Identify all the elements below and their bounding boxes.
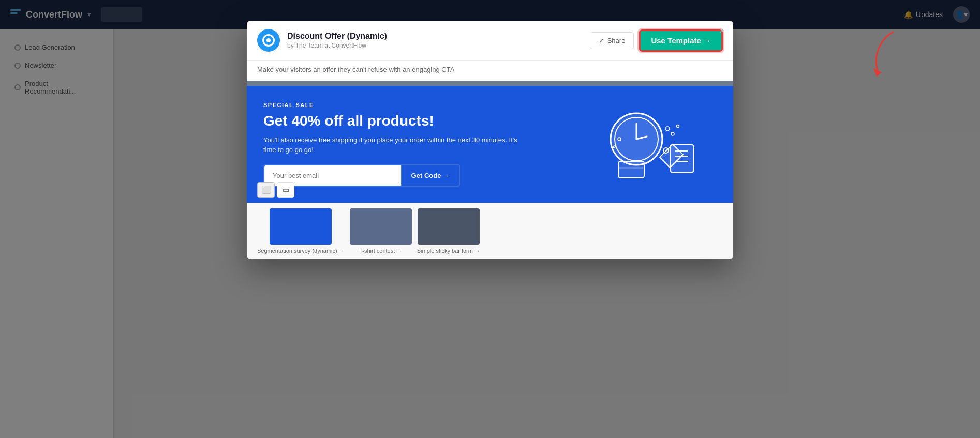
cta-submit-label: Get Code →	[411, 172, 450, 179]
modal-description: Make your visitors an offer they can't r…	[247, 61, 733, 81]
cta-subtext: You'll also receive free shipping if you…	[263, 135, 522, 155]
thumb-image-3	[418, 208, 480, 245]
svg-point-13	[677, 125, 679, 128]
template-logo	[257, 29, 280, 52]
logo-circle	[262, 34, 275, 47]
thumb-label-1: Segmentation survey (dynamic) →	[257, 248, 345, 254]
modal-close-button[interactable]: ×	[717, 26, 727, 36]
cta-right-illustration: ✕	[582, 100, 717, 188]
modal-title-block: Discount Offer (Dynamic) by The Team at …	[287, 32, 590, 49]
description-text: Make your visitors an offer they can't r…	[257, 66, 454, 73]
thumb-image-1	[270, 208, 332, 245]
mobile-toggle-button[interactable]: ▭	[277, 182, 294, 198]
template-modal: Discount Offer (Dynamic) by The Team at …	[247, 21, 733, 259]
modal-author: by The Team at ConvertFlow	[287, 42, 590, 49]
thumb-item-3[interactable]: Simple sticky bar form →	[417, 208, 480, 254]
svg-rect-4	[618, 161, 644, 178]
thumb-label-2: T-shirt contest →	[359, 248, 402, 254]
modal-preview-area: SPECIAL SALE Get 40% off all products! Y…	[247, 81, 733, 203]
desktop-toggle-button[interactable]: ⬜	[257, 182, 275, 198]
desktop-icon: ⬜	[262, 186, 271, 194]
share-button[interactable]: ↗ Share	[590, 32, 634, 49]
mobile-icon: ▭	[283, 186, 289, 194]
svg-point-11	[665, 127, 670, 131]
svg-rect-5	[619, 167, 643, 169]
thumb-item-1[interactable]: Segmentation survey (dynamic) →	[257, 208, 345, 254]
share-label: Share	[607, 37, 626, 44]
cta-submit-button[interactable]: Get Code →	[401, 164, 460, 187]
use-template-label: Use Template →	[651, 36, 711, 45]
device-toggle-group: ⬜ ▭	[257, 182, 294, 198]
svg-point-12	[671, 132, 674, 135]
modal-header-actions: ↗ Share Use Template →	[590, 29, 723, 52]
modal-footer: Segmentation survey (dynamic) → T-shirt …	[247, 203, 733, 259]
cta-widget: SPECIAL SALE Get 40% off all products! Y…	[247, 86, 733, 203]
thumb-label-3: Simple sticky bar form →	[417, 248, 480, 254]
cta-left-content: SPECIAL SALE Get 40% off all products! Y…	[263, 102, 522, 187]
cta-headline: Get 40% off all products!	[263, 112, 522, 130]
modal-title: Discount Offer (Dynamic)	[287, 32, 590, 41]
thumb-item-2[interactable]: T-shirt contest →	[350, 208, 412, 254]
cta-badge: SPECIAL SALE	[263, 102, 522, 108]
share-icon: ↗	[599, 37, 604, 44]
modal-header: Discount Offer (Dynamic) by The Team at …	[247, 21, 733, 61]
cta-illustration-svg	[592, 100, 706, 188]
use-template-button[interactable]: Use Template →	[639, 29, 723, 52]
close-icon: ×	[719, 26, 724, 36]
thumb-image-2	[350, 208, 412, 245]
